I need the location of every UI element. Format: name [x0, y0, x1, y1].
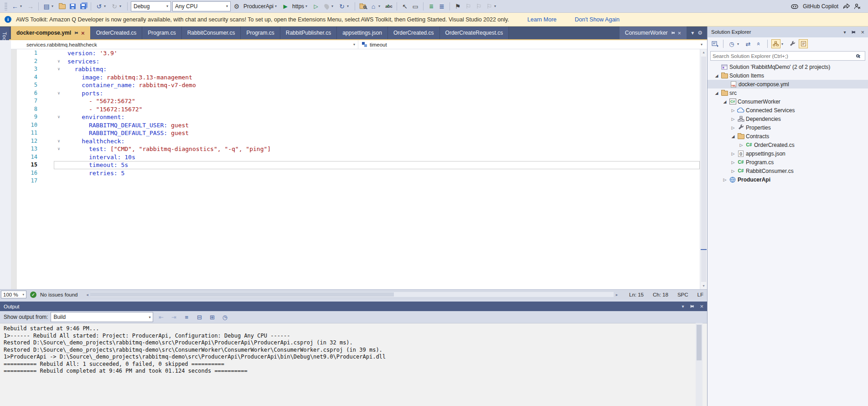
tree-item-appsettings.json[interactable]: ▷{}appsettings.json — [708, 149, 868, 158]
output-log[interactable]: Rebuild started at 9:46 PM...1>------ Re… — [0, 323, 707, 406]
collapsed-arrow-icon[interactable]: ▷ — [729, 117, 737, 121]
tree-item-Connected Services[interactable]: ▷Connected Services — [708, 106, 868, 115]
expanded-arrow-icon[interactable]: ◢ — [713, 91, 720, 95]
learn-more-link[interactable]: Learn More — [527, 16, 557, 23]
format-document-icon[interactable]: ▭ — [411, 1, 420, 11]
tab-RabbitPublisher.cs[interactable]: RabbitPublisher.cs — [280, 26, 337, 39]
platform-dropdown[interactable]: Any CPU▾ — [172, 1, 231, 11]
undo-menu-icon[interactable]: ▾ — [104, 4, 108, 8]
pin-icon[interactable] — [688, 303, 696, 310]
tab-list-icon[interactable]: ▾ — [691, 30, 694, 36]
pin-icon[interactable] — [850, 28, 857, 36]
pin-icon[interactable] — [670, 30, 676, 36]
code-line-16[interactable]: 16 retries: 5 — [11, 169, 707, 177]
indent-lines-icon[interactable]: ≣ — [427, 1, 436, 11]
tab-OrderCreateRequest.cs[interactable]: OrderCreateRequest.cs — [440, 26, 509, 39]
tab-RabbitConsumer.cs[interactable]: RabbitConsumer.cs — [182, 26, 241, 39]
tree-item-docker-compose.yml[interactable]: docker-compose.yml — [708, 80, 868, 88]
scrollbar-thumb[interactable] — [697, 325, 702, 360]
show-all-files-menu-icon[interactable]: ▾ — [781, 42, 786, 46]
outline-lines-icon[interactable]: ≣ — [437, 1, 446, 11]
code-line-3[interactable]: 3∨ rabbitmq: — [11, 65, 707, 73]
window-position-icon[interactable]: ▾ — [682, 304, 684, 309]
tree-item-Properties[interactable]: ▷Properties — [708, 123, 868, 132]
github-copilot-icon[interactable] — [791, 3, 798, 10]
goto-previous-message-icon[interactable]: ⇤ — [156, 312, 166, 322]
expanded-arrow-icon[interactable]: ◢ — [713, 73, 720, 78]
next-bookmark-icon[interactable]: ⚐ — [474, 1, 483, 11]
toolbar-overflow-icon[interactable]: ▾ — [494, 4, 499, 8]
find-in-files-icon[interactable] — [358, 1, 367, 11]
navigate-home-icon[interactable]: ⌂ — [369, 1, 378, 11]
code-line-10[interactable]: 10 RABBITMQ_DEFAULT_USER: guest — [11, 121, 707, 130]
hot-reload-menu-icon[interactable]: ▾ — [331, 4, 336, 8]
tab-options-gear-icon[interactable]: ⚙ — [698, 30, 703, 36]
code-line-8[interactable]: 8 - "15672:15672" — [11, 105, 707, 114]
fold-collapse-icon[interactable]: ∨ — [54, 113, 64, 121]
search-icon[interactable] — [856, 54, 859, 57]
navigate-back-icon[interactable]: ← — [10, 1, 20, 11]
open-file-icon[interactable] — [57, 1, 67, 11]
search-input[interactable] — [713, 53, 856, 59]
editor-horizontal-scrollbar[interactable]: ◂ ▸ — [84, 291, 620, 298]
breadcrumb-path-dropdown[interactable]: services.rabbitmq.healthcheck ▾ — [11, 40, 358, 49]
tab-appsettings.json[interactable]: appsettings.json — [337, 26, 388, 39]
dont-show-again-link[interactable]: Don't Show Again — [575, 16, 620, 23]
new-project-icon[interactable]: ▤ — [42, 1, 51, 11]
tree-item-src[interactable]: ◢src — [708, 88, 868, 97]
collapse-all-icon[interactable]: « — [754, 39, 764, 48]
restart-menu-icon[interactable]: ▾ — [347, 4, 351, 8]
navigate-home-menu-icon[interactable]: ▾ — [378, 4, 383, 8]
scrollbar-thumb[interactable] — [701, 57, 706, 282]
toggle-autoscroll-icon[interactable]: ⊞ — [207, 312, 217, 322]
window-position-icon[interactable]: ▾ — [843, 30, 846, 35]
code-line-15[interactable]: 15 timeout: 5s — [11, 161, 707, 169]
spell-check-icon[interactable]: abc — [384, 1, 393, 11]
collapsed-arrow-icon[interactable]: ▷ — [729, 125, 737, 130]
startup-project-label[interactable]: ProducerApi — [243, 3, 274, 10]
collapsed-arrow-icon[interactable]: ▷ — [729, 108, 737, 113]
fold-collapse-icon[interactable]: ∨ — [54, 137, 64, 146]
code-line-14[interactable]: 14 interval: 10s — [11, 153, 707, 161]
github-copilot-label[interactable]: GitHub Copilot — [803, 3, 838, 10]
save-all-icon[interactable] — [78, 1, 88, 11]
collapsed-arrow-icon[interactable]: ▷ — [729, 160, 737, 165]
tree-item-RabbitConsumer.cs[interactable]: ▷C#RabbitConsumer.cs — [708, 167, 868, 175]
issues-status[interactable]: No issues found — [40, 292, 78, 297]
output-source-dropdown[interactable]: Build ▾ — [51, 312, 153, 322]
code-line-7[interactable]: 7 - "5672:5672" — [11, 97, 707, 105]
switch-views-icon[interactable] — [710, 39, 719, 48]
fold-collapse-icon[interactable]: ∨ — [54, 65, 64, 73]
scrollbar-thumb[interactable] — [90, 292, 394, 297]
navigate-forward-icon[interactable]: → — [26, 1, 35, 11]
tree-item-Solution Items[interactable]: ◢Solution Items — [708, 71, 868, 80]
expanded-arrow-icon[interactable]: ◢ — [729, 134, 737, 139]
toolbar-grip[interactable] — [5, 2, 7, 10]
timestamp-icon[interactable]: ◷ — [220, 312, 230, 322]
collapsed-arrow-icon[interactable]: ▷ — [738, 143, 745, 147]
run-profile-menu-icon[interactable]: ▾ — [305, 4, 310, 8]
configuration-dropdown[interactable]: Debug▾ — [131, 1, 171, 11]
solution-explorer-title-bar[interactable]: Solution Explorer ▾ × — [708, 26, 868, 37]
output-scrollbar[interactable] — [696, 323, 703, 406]
redo-icon[interactable]: ↻ — [110, 1, 119, 11]
start-debugging-icon[interactable]: ▶ — [281, 1, 290, 11]
send-feedback-icon[interactable] — [854, 3, 861, 10]
tree-item-Contracts[interactable]: ◢Contracts — [708, 132, 868, 141]
cursor-select-icon[interactable]: ↖ — [400, 1, 409, 11]
code-line-9[interactable]: 9∨ environment: — [11, 113, 707, 121]
close-icon[interactable]: × — [678, 30, 682, 36]
collapsed-arrow-icon[interactable]: ▷ — [729, 151, 737, 156]
code-line-12[interactable]: 12∨ healthcheck: — [11, 137, 707, 146]
collapsed-arrow-icon[interactable]: ▷ — [729, 169, 737, 173]
code-line-5[interactable]: 5 container_name: rabbitmq-v7-demo — [11, 81, 707, 89]
code-line-4[interactable]: 4 image: rabbitmq:3.13-management — [11, 73, 707, 82]
save-icon[interactable] — [68, 1, 77, 11]
close-icon[interactable]: × — [700, 303, 703, 310]
word-wrap-icon[interactable]: ≡ — [181, 312, 191, 322]
fold-collapse-icon[interactable]: ∨ — [54, 145, 64, 153]
clear-all-icon[interactable]: ⊟ — [194, 312, 204, 322]
share-icon[interactable] — [843, 3, 850, 9]
tab-Program.cs[interactable]: Program.cs — [142, 26, 181, 39]
expanded-arrow-icon[interactable]: ◢ — [721, 99, 728, 104]
